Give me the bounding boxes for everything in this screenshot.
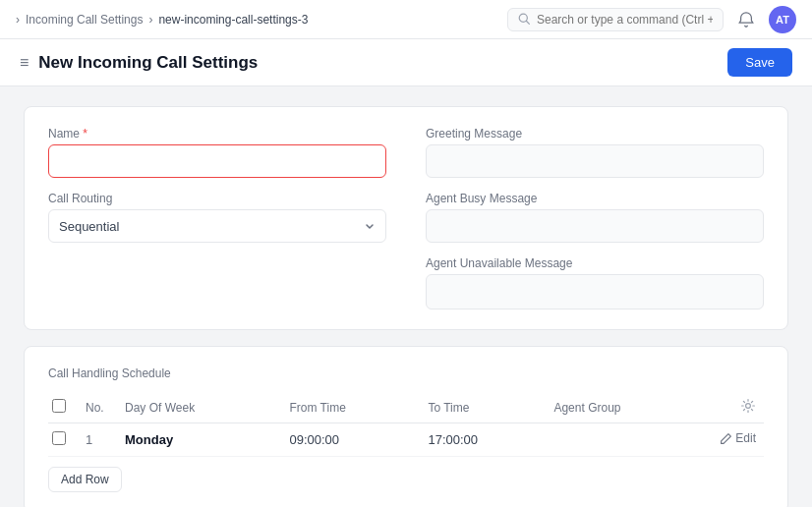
edit-row-button[interactable]: Edit	[720, 431, 756, 445]
agent-unavailable-group: Agent Unavailable Message	[426, 256, 764, 310]
main-content: Name * Call Routing Sequential Round Rob…	[0, 86, 812, 507]
greeting-message-group: Greeting Message	[426, 127, 764, 178]
form-card: Name * Call Routing Sequential Round Rob…	[24, 106, 788, 330]
th-day-of-week: Day Of Week	[117, 392, 281, 423]
page-header: ≡ New Incoming Call Settings Save	[0, 39, 812, 86]
svg-line-1	[527, 22, 530, 25]
schedule-card: Call Handling Schedule No. Day Of Week F…	[24, 346, 788, 507]
agent-unavailable-label: Agent Unavailable Message	[426, 256, 764, 270]
row-day: Monday	[117, 423, 281, 457]
breadcrumb-separator: ›	[148, 13, 152, 27]
search-input[interactable]	[537, 13, 713, 27]
th-gear	[705, 392, 764, 423]
row-checkbox[interactable]	[52, 431, 66, 445]
row-edit-cell: Edit	[705, 423, 764, 457]
breadcrumb-arrow: ›	[16, 13, 20, 27]
nav-right: AT	[507, 6, 796, 33]
agent-busy-input[interactable]	[426, 209, 764, 243]
pencil-icon	[720, 432, 732, 445]
agent-unavailable-textarea[interactable]	[426, 274, 764, 310]
call-routing-select[interactable]: Sequential Round Robin Simultaneous	[48, 209, 386, 243]
schedule-section-label: Call Handling Schedule	[48, 366, 764, 380]
breadcrumb-current: new-incoming-call-settings-3	[158, 13, 308, 27]
th-to-time: To Time	[420, 392, 546, 423]
row-to-time: 17:00:00	[420, 423, 546, 457]
svg-point-2	[746, 404, 751, 409]
add-row-button[interactable]: Add Row	[48, 467, 122, 492]
row-checkbox-cell	[48, 423, 78, 457]
notification-bell-button[interactable]	[733, 7, 759, 32]
search-icon	[518, 13, 531, 26]
breadcrumb: › Incoming Call Settings › new-incoming-…	[16, 13, 308, 27]
row-from-time: 09:00:00	[281, 423, 420, 457]
hamburger-icon[interactable]: ≡	[20, 54, 29, 72]
name-input[interactable]	[48, 144, 386, 178]
agent-busy-group: Agent Busy Message	[426, 192, 764, 243]
th-from-time: From Time	[281, 392, 420, 423]
name-field-group: Name *	[48, 127, 386, 178]
bell-icon	[737, 11, 755, 28]
call-routing-group: Call Routing Sequential Round Robin Simu…	[48, 192, 386, 243]
top-nav: › Incoming Call Settings › new-incoming-…	[0, 0, 812, 39]
schedule-table: No. Day Of Week From Time To Time Agent …	[48, 392, 764, 457]
page-header-left: ≡ New Incoming Call Settings	[20, 53, 258, 73]
greeting-message-input[interactable]	[426, 144, 764, 178]
search-box[interactable]	[507, 8, 724, 31]
row-number: 1	[78, 423, 117, 457]
name-label: Name *	[48, 127, 386, 141]
row-agent-group	[546, 423, 705, 457]
agent-busy-label: Agent Busy Message	[426, 192, 764, 205]
page-title: New Incoming Call Settings	[38, 53, 258, 73]
form-grid: Name * Call Routing Sequential Round Rob…	[48, 127, 764, 310]
th-checkbox	[48, 392, 78, 423]
call-routing-label: Call Routing	[48, 192, 386, 205]
th-agent-group: Agent Group	[546, 392, 705, 423]
save-button[interactable]: Save	[727, 48, 792, 77]
table-row: 1 Monday 09:00:00 17:00:00 Edit	[48, 423, 764, 457]
select-all-checkbox[interactable]	[52, 399, 66, 413]
breadcrumb-parent[interactable]: Incoming Call Settings	[26, 13, 143, 27]
gear-icon	[740, 398, 756, 414]
avatar-button[interactable]: AT	[769, 6, 796, 33]
greeting-message-label: Greeting Message	[426, 127, 764, 141]
th-no: No.	[78, 392, 117, 423]
